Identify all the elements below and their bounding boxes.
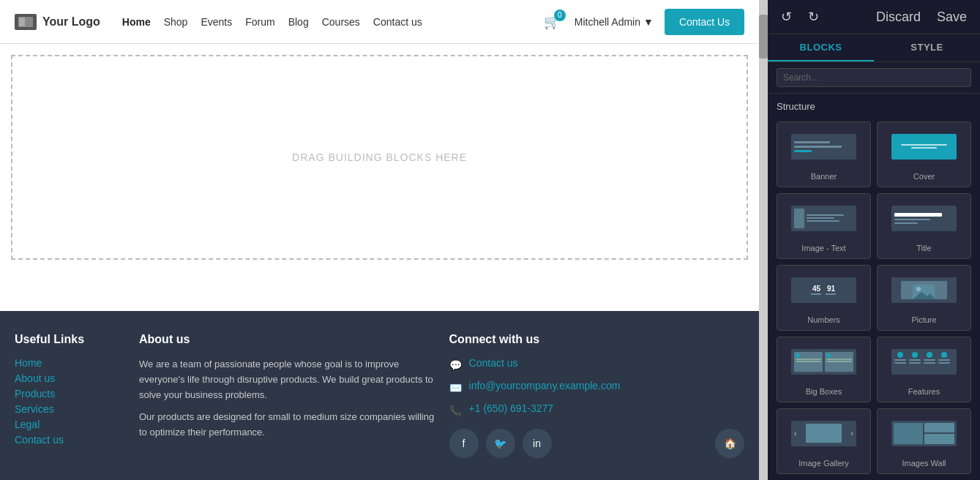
- cart-badge: 0: [554, 10, 566, 21]
- block-imageswall[interactable]: Images Wall: [877, 408, 971, 474]
- structure-section-title: Structure: [768, 94, 980, 116]
- nav-forum[interactable]: Forum: [245, 16, 274, 28]
- cart-area[interactable]: 🛒 0: [544, 14, 560, 30]
- nav-links: Home Shop Events Forum Blog Courses Cont…: [122, 16, 536, 28]
- admin-dropdown[interactable]: Mitchell Admin ▼: [575, 16, 654, 28]
- panel-tabs: BLOCKS STYLE: [768, 34, 980, 62]
- about-text1: We are a team of passionate people whose…: [139, 357, 435, 402]
- title-preview: [883, 200, 965, 236]
- block-picture[interactable]: Picture: [877, 265, 971, 331]
- svg-point-3: [916, 287, 921, 291]
- connect-email-link[interactable]: info@yourcompany.example.com: [469, 380, 621, 391]
- imageswall-preview: [883, 415, 965, 451]
- top-nav: Your Logo Home Shop Events Forum Blog Co…: [0, 0, 759, 44]
- connect-title: Connect with us: [449, 333, 745, 346]
- connect-phone-link[interactable]: +1 (650) 691-3277: [469, 402, 554, 414]
- search-input[interactable]: [777, 68, 971, 87]
- gallery-right-arrow: ›: [851, 430, 853, 438]
- bigboxes-label: Big Boxes: [806, 387, 842, 396]
- footer-grid: Useful Links Home About us Products Serv…: [15, 333, 744, 458]
- footer-about: About us We are a team of passionate peo…: [139, 333, 435, 458]
- gallery-left-arrow: ‹: [794, 430, 796, 438]
- twitter-button[interactable]: 🐦: [486, 429, 515, 458]
- connect-contact: 💬 Contact us: [449, 357, 745, 372]
- scrollbar-thumb[interactable]: [759, 15, 768, 59]
- image-text-preview: [783, 200, 864, 236]
- block-image-text[interactable]: Image - Text: [777, 193, 871, 259]
- footer: Useful Links Home About us Products Serv…: [0, 311, 759, 480]
- scrollbar[interactable]: [759, 0, 768, 480]
- panel-search-area: [768, 62, 980, 94]
- drop-zone-text: DRAG BUILDING BLOCKS HERE: [292, 151, 467, 163]
- tab-blocks[interactable]: BLOCKS: [768, 34, 874, 61]
- title-label: Title: [916, 244, 931, 252]
- social-icons: f 🐦 in 🏠: [449, 429, 745, 458]
- block-gallery[interactable]: ‹ › Image Gallery: [777, 408, 871, 474]
- gallery-preview: ‹ ›: [783, 415, 864, 451]
- svg-rect-1: [19, 18, 25, 26]
- footer-link-home[interactable]: Home: [15, 357, 124, 369]
- main-area: Your Logo Home Shop Events Forum Blog Co…: [0, 0, 759, 480]
- block-numbers[interactable]: 45 91 Numbers: [777, 265, 871, 331]
- home-icon-button[interactable]: 🏠: [715, 429, 744, 458]
- features-label: Features: [908, 387, 940, 396]
- banner-preview: [783, 128, 864, 165]
- right-panel: ↺ ↻ Discard Save BLOCKS STYLE Structure …: [768, 0, 980, 480]
- nav-home[interactable]: Home: [122, 16, 151, 28]
- block-bigboxes[interactable]: Big Boxes: [777, 337, 871, 402]
- useful-links-title: Useful Links: [15, 333, 124, 346]
- block-features[interactable]: Features: [877, 337, 971, 402]
- features-preview: [883, 343, 965, 380]
- imageswall-label: Images Wall: [902, 459, 946, 468]
- block-title[interactable]: Title: [877, 193, 971, 259]
- footer-link-legal[interactable]: Legal: [15, 419, 124, 430]
- discard-button[interactable]: Discard: [872, 7, 925, 28]
- contact-us-button[interactable]: Contact Us: [665, 9, 744, 35]
- connect-phone: 📞 +1 (650) 691-3277: [449, 402, 745, 418]
- email-icon: ✉️: [449, 382, 462, 394]
- nav-contact-us[interactable]: Contact us: [373, 16, 422, 28]
- logo-icon: [15, 14, 37, 30]
- nav-events[interactable]: Events: [201, 16, 232, 28]
- footer-useful-links: Useful Links Home About us Products Serv…: [15, 333, 124, 458]
- undo-button[interactable]: ↺: [777, 6, 796, 28]
- drop-zone-container: DRAG BUILDING BLOCKS HERE: [0, 44, 759, 311]
- footer-link-products[interactable]: Products: [15, 388, 124, 400]
- nav-courses[interactable]: Courses: [322, 16, 360, 28]
- phone-icon: 📞: [449, 405, 462, 416]
- footer-connect: Connect with us 💬 Contact us ✉️ info@you…: [449, 333, 745, 458]
- blocks-grid: Banner Cover: [768, 116, 980, 480]
- bigboxes-preview: [783, 343, 864, 380]
- footer-link-about[interactable]: About us: [15, 372, 124, 384]
- logo-text: Your Logo: [42, 15, 100, 29]
- about-title: About us: [139, 333, 435, 346]
- numbers-label: Numbers: [807, 315, 840, 324]
- nav-shop[interactable]: Shop: [164, 16, 188, 28]
- banner-label: Banner: [811, 172, 837, 181]
- logo: Your Logo: [15, 14, 100, 30]
- linkedin-button[interactable]: in: [523, 429, 552, 458]
- footer-link-contact[interactable]: Contact us: [15, 434, 124, 446]
- admin-name: Mitchell Admin: [575, 16, 640, 28]
- facebook-button[interactable]: f: [449, 429, 479, 458]
- chat-icon: 💬: [449, 359, 462, 371]
- tab-style[interactable]: STYLE: [874, 34, 980, 61]
- about-text2: Our products are designed for small to m…: [139, 410, 435, 440]
- redo-button[interactable]: ↻: [804, 6, 823, 28]
- cover-preview: [883, 128, 965, 165]
- cart-icon[interactable]: 🛒 0: [544, 14, 560, 30]
- block-cover[interactable]: Cover: [877, 121, 971, 187]
- block-banner[interactable]: Banner: [777, 121, 871, 187]
- image-text-label: Image - Text: [801, 244, 845, 252]
- connect-contact-link[interactable]: Contact us: [469, 357, 518, 369]
- footer-link-services[interactable]: Services: [15, 403, 124, 415]
- panel-toolbar: ↺ ↻ Discard Save: [768, 0, 980, 34]
- admin-area: Mitchell Admin ▼ Contact Us: [575, 9, 744, 35]
- nav-blog[interactable]: Blog: [288, 16, 309, 28]
- numbers-preview: 45 91: [783, 271, 864, 308]
- gallery-label: Image Gallery: [798, 459, 848, 468]
- save-button[interactable]: Save: [932, 7, 971, 28]
- chevron-down-icon: ▼: [643, 16, 654, 28]
- cover-label: Cover: [913, 172, 935, 181]
- picture-preview: [883, 271, 965, 308]
